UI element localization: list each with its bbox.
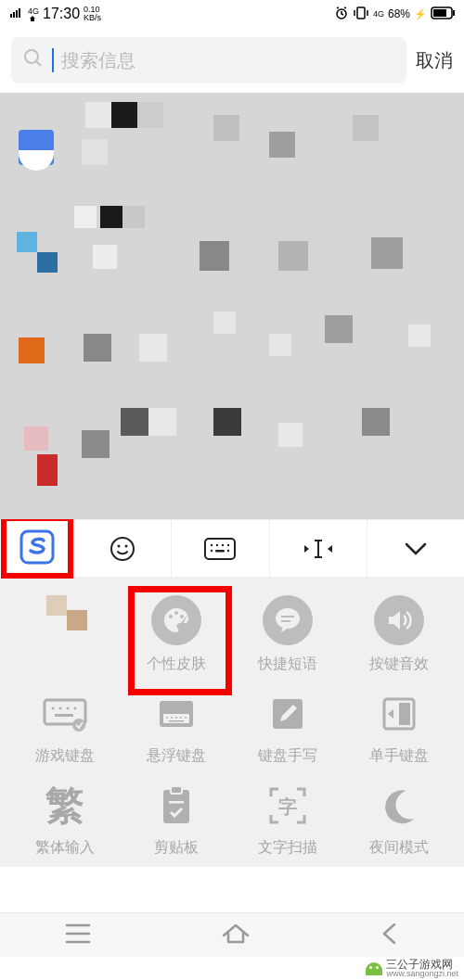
setting-item-night[interactable]: 夜间模式 bbox=[343, 783, 455, 858]
float-keyboard-icon bbox=[156, 691, 197, 737]
home-icon bbox=[221, 923, 251, 945]
setting-item-sound[interactable]: 按键音效 bbox=[343, 595, 455, 674]
svg-point-15 bbox=[211, 549, 213, 551]
svg-point-37 bbox=[185, 717, 187, 719]
svg-rect-41 bbox=[399, 703, 410, 725]
emoji-button[interactable] bbox=[74, 520, 172, 577]
svg-point-33 bbox=[166, 717, 168, 719]
search-icon bbox=[22, 47, 45, 73]
blurred-icon bbox=[43, 595, 87, 640]
sogou-logo-icon bbox=[19, 529, 55, 565]
hamburger-icon bbox=[65, 923, 91, 944]
cancel-button[interactable]: 取消 bbox=[416, 48, 453, 73]
svg-rect-29 bbox=[55, 714, 73, 717]
svg-point-25 bbox=[52, 707, 55, 710]
svg-point-26 bbox=[59, 707, 62, 710]
svg-point-35 bbox=[175, 717, 177, 719]
svg-point-27 bbox=[67, 707, 70, 710]
svg-point-11 bbox=[211, 543, 213, 545]
keyboard-layout-button[interactable] bbox=[172, 520, 269, 577]
svg-point-16 bbox=[227, 549, 229, 551]
highlight-logo bbox=[1, 515, 73, 579]
vibrate-icon bbox=[353, 6, 369, 22]
setting-item-float-kb[interactable]: 悬浮键盘 bbox=[121, 691, 232, 766]
svg-text:字: 字 bbox=[278, 796, 297, 817]
svg-point-36 bbox=[180, 717, 182, 719]
setting-item-unknown[interactable] bbox=[9, 595, 121, 674]
network-label-2: 4G bbox=[373, 10, 384, 19]
setting-item-onehand[interactable]: 单手键盘 bbox=[343, 691, 455, 766]
nav-menu-button[interactable] bbox=[65, 923, 91, 948]
gamepad-icon bbox=[42, 691, 88, 737]
keyboard-toolbar bbox=[0, 519, 464, 577]
data-speed: 0.10 KB/s bbox=[84, 6, 101, 22]
alarm-icon bbox=[334, 6, 349, 23]
signal-icon bbox=[9, 7, 24, 21]
svg-point-34 bbox=[171, 717, 173, 719]
battery-icon bbox=[431, 6, 455, 22]
search-box[interactable] bbox=[11, 37, 406, 83]
status-left: 4G 17:30 0.10 KB/s bbox=[9, 6, 101, 22]
setting-label: 单手键盘 bbox=[369, 746, 429, 766]
setting-label: 键盘手写 bbox=[258, 746, 317, 766]
handwrite-icon bbox=[267, 691, 308, 737]
battery-percent: 68% bbox=[388, 7, 410, 20]
setting-label: 游戏键盘 bbox=[35, 746, 95, 766]
svg-point-9 bbox=[125, 544, 128, 547]
highlight-skin bbox=[128, 586, 232, 695]
nav-home-button[interactable] bbox=[221, 923, 251, 948]
charging-icon: ⚡ bbox=[414, 8, 427, 20]
watermark-logo-icon bbox=[366, 962, 382, 975]
svg-point-8 bbox=[118, 544, 121, 547]
setting-label: 繁体输入 bbox=[35, 838, 95, 858]
svg-point-30 bbox=[72, 719, 85, 732]
moon-icon bbox=[379, 783, 419, 829]
chevron-down-icon bbox=[405, 541, 427, 556]
svg-point-7 bbox=[111, 538, 134, 560]
svg-rect-17 bbox=[215, 550, 225, 553]
system-nav-bar bbox=[0, 912, 464, 957]
search-input[interactable] bbox=[61, 50, 395, 71]
setting-item-scan[interactable]: 字 文字扫描 bbox=[232, 783, 343, 858]
svg-rect-6 bbox=[21, 531, 53, 563]
svg-rect-38 bbox=[169, 720, 184, 722]
setting-label: 剪贴板 bbox=[154, 838, 199, 858]
setting-label: 文字扫描 bbox=[258, 838, 317, 858]
traditional-icon: 繁 bbox=[45, 783, 84, 829]
clock: 17:30 bbox=[43, 6, 80, 22]
cursor-move-icon bbox=[303, 538, 334, 560]
svg-rect-4 bbox=[453, 10, 455, 16]
setting-item-clipboard[interactable]: 剪贴板 bbox=[121, 783, 232, 858]
watermark: 三公子游戏网 www.sangongzi.net bbox=[366, 959, 458, 978]
keyboard-settings-panel: 个性皮肤 快捷短语 按键音效 游戏键盘 悬浮键盘 bbox=[0, 577, 464, 867]
setting-item-skin[interactable]: 个性皮肤 bbox=[121, 595, 232, 674]
svg-point-14 bbox=[227, 543, 229, 545]
svg-rect-1 bbox=[357, 7, 365, 19]
network-label: 4G bbox=[28, 7, 39, 21]
svg-rect-44 bbox=[169, 801, 184, 804]
ime-logo-button[interactable] bbox=[0, 520, 74, 577]
status-bar: 4G 17:30 0.10 KB/s 4G 68% ⚡ bbox=[0, 0, 464, 28]
collapse-button[interactable] bbox=[367, 520, 464, 577]
setting-item-game-kb[interactable]: 游戏键盘 bbox=[9, 691, 121, 766]
svg-rect-22 bbox=[281, 616, 294, 617]
setting-item-handwrite[interactable]: 键盘手写 bbox=[232, 691, 343, 766]
smiley-icon bbox=[109, 535, 136, 563]
nav-back-button[interactable] bbox=[380, 923, 399, 948]
clipboard-icon bbox=[158, 783, 195, 829]
svg-point-21 bbox=[276, 608, 300, 629]
svg-rect-42 bbox=[163, 790, 189, 823]
status-right: 4G 68% ⚡ bbox=[334, 6, 455, 23]
search-row: 取消 bbox=[0, 28, 464, 93]
keyboard-icon bbox=[204, 538, 236, 560]
setting-item-traditional[interactable]: 繁 繁体输入 bbox=[9, 783, 121, 858]
text-cursor bbox=[52, 48, 54, 72]
setting-item-phrases[interactable]: 快捷短语 bbox=[232, 595, 343, 674]
message-list-blurred bbox=[0, 93, 464, 519]
setting-label: 悬浮键盘 bbox=[147, 746, 206, 766]
cursor-move-button[interactable] bbox=[270, 520, 367, 577]
svg-rect-3 bbox=[433, 9, 446, 17]
svg-point-12 bbox=[216, 543, 218, 545]
watermark-url: www.sangongzi.net bbox=[386, 970, 458, 978]
svg-point-28 bbox=[74, 707, 77, 710]
